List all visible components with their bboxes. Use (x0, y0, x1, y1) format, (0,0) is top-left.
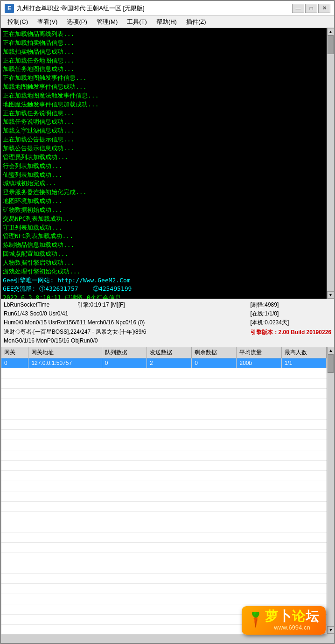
status-kill-count: [刷怪:4989] (251, 301, 279, 309)
status-run-info: Run61/43 Soc0/0 Usr0/41 (4, 309, 68, 318)
carrot-icon (248, 612, 263, 630)
empty-row (1, 471, 334, 481)
empty-row (1, 594, 334, 604)
table-cell-0: 0 (1, 358, 28, 368)
empty-row (1, 409, 334, 420)
watermark: 萝卜论坛 www.6994.cn (242, 606, 326, 635)
status-online: [在线:1/1/0] (251, 309, 279, 318)
col-header-flow: 平均流量 (237, 347, 281, 358)
menu-tools[interactable]: 工具(T) (122, 16, 152, 28)
table-scroll-thumb[interactable] (328, 354, 334, 373)
menu-help[interactable]: 帮助(H) (152, 16, 181, 28)
title-bar: E 九州打金单职业:帝国时代:王朝A组一区 [无限版] — □ ✕ (1, 1, 334, 16)
empty-row (1, 584, 334, 594)
table-cell-2: 0 (102, 358, 147, 368)
status-socket-time: LbRunSocketTime (4, 301, 49, 309)
empty-row (1, 461, 334, 471)
table-row[interactable]: 0127.0.0.1:50757020200b1/1 (1, 358, 327, 368)
table-container: 网关 网关地址 队列数据 发送数据 剩余数据 平均流量 最高人数 0127.0.… (1, 347, 334, 634)
table-cell-4: 0 (192, 358, 237, 368)
table-cell-3: 2 (147, 358, 191, 368)
menu-plugin[interactable]: 插件(Z) (181, 16, 211, 28)
empty-row (1, 389, 334, 399)
status-row-5: MonG0/1/16 MonP0/15/16 ObjRun0/0 (4, 336, 246, 345)
bottom-bar (1, 634, 334, 643)
status-right-1: [刷怪:4989] (251, 301, 331, 309)
empty-row (1, 450, 334, 461)
scroll-thumb[interactable] (328, 35, 334, 54)
menu-control[interactable]: 控制(C) (3, 16, 33, 28)
scroll-track[interactable] (327, 35, 334, 291)
console-scrollbar[interactable]: ▲ ▼ (327, 28, 334, 299)
gateway-table: 网关 网关地址 队列数据 发送数据 剩余数据 平均流量 最高人数 0127.0.… (1, 347, 327, 368)
status-right-3: [本机:0.0234天] (251, 318, 331, 327)
table-scroll-track[interactable] (327, 354, 334, 626)
window-controls: — □ ✕ (292, 4, 330, 13)
maximize-button[interactable]: □ (305, 4, 317, 13)
empty-row (1, 378, 334, 389)
menu-view[interactable]: 查看(V) (33, 16, 62, 28)
table-scrollbar[interactable]: ▲ ▼ (327, 347, 334, 634)
col-header-send: 发送数据 (147, 347, 191, 358)
col-header-address: 网关地址 (28, 347, 102, 358)
status-row-2: Run61/43 Soc0/0 Usr0/41 (4, 309, 246, 318)
watermark-site: www.6994.cn (265, 624, 319, 631)
window-title: 九州打金单职业:帝国时代:王朝A组一区 [无限版] (17, 4, 292, 13)
status-area: LbRunSocketTime 引擎:0:19:17 [M][F] Run61/… (1, 299, 334, 347)
empty-row (1, 399, 334, 409)
main-content: 正在加载物品离线列表... 正在加载拍卖物品信息... 加载拍卖物品信息成功..… (1, 28, 334, 634)
empty-row (1, 543, 334, 553)
table-scroll-down[interactable]: ▼ (327, 626, 334, 634)
table-cell-6: 1/1 (281, 358, 326, 368)
empty-row (1, 491, 334, 502)
scroll-down-arrow[interactable]: ▼ (327, 291, 335, 299)
menu-manage[interactable]: 管理(M) (92, 16, 123, 28)
version-text: 引擎版本：2.00 Build 20190226 (251, 329, 331, 336)
empty-rows (1, 368, 334, 634)
table-scroll-up[interactable]: ▲ (327, 347, 334, 354)
empty-row (1, 563, 334, 574)
close-button[interactable]: ✕ (318, 4, 330, 13)
table-header-row: 网关 网关地址 队列数据 发送数据 剩余数据 平均流量 最高人数 (1, 347, 327, 358)
menu-options[interactable]: 选项(P) (62, 16, 91, 28)
status-engine-time: 引擎:0:19:17 [M][F] (77, 301, 125, 309)
empty-row (1, 532, 334, 543)
empty-row (1, 440, 334, 450)
status-local: [本机:0.0234天] (251, 318, 289, 327)
main-window: E 九州打金单职业:帝国时代:王朝A组一区 [无限版] — □ ✕ 控制(C) … (0, 0, 335, 644)
status-map-info: 送财◇尊者·[一百星BOSS],224/247 - 风暴之女·[十年]/89/6 (4, 328, 146, 336)
col-header-queue: 队列数据 (102, 347, 147, 358)
status-right-2: [在线:1/1/0] (251, 309, 331, 318)
status-mon-info: MonG0/1/16 MonP0/15/16 ObjRun0/0 (4, 336, 98, 345)
console-output: 正在加载物品离线列表... 正在加载拍卖物品信息... 加载拍卖物品信息成功..… (3, 30, 325, 299)
status-row-4: 送财◇尊者·[一百星BOSS],224/247 - 风暴之女·[十年]/89/6 (4, 328, 246, 336)
menu-bar: 控制(C) 查看(V) 选项(P) 管理(M) 工具(T) 帮助(H) 插件(Z… (1, 16, 334, 28)
empty-row (1, 368, 334, 378)
watermark-text: 萝卜论坛 (265, 610, 319, 623)
col-header-maxuser: 最高人数 (281, 347, 326, 358)
app-icon: E (5, 4, 14, 13)
status-row-3: Hum0/0 Mon0/15 UsrRot156/611 Merch0/16 N… (4, 318, 246, 327)
col-header-gateway: 网关 (1, 347, 28, 358)
col-header-remain: 剩余数据 (192, 347, 237, 358)
empty-row (1, 553, 334, 563)
empty-row (1, 481, 334, 491)
status-row-1: LbRunSocketTime 引擎:0:19:17 [M][F] (4, 301, 246, 309)
table-cell-1: 127.0.0.1:50757 (28, 358, 102, 368)
table-cell-5: 200b (237, 358, 281, 368)
empty-row (1, 574, 334, 584)
empty-row (1, 522, 334, 532)
empty-row (1, 512, 334, 522)
minimize-button[interactable]: — (292, 4, 304, 13)
status-hum-info: Hum0/0 Mon0/15 UsrRot156/611 Merch0/16 N… (4, 318, 145, 327)
console-area: 正在加载物品离线列表... 正在加载拍卖物品信息... 加载拍卖物品信息成功..… (1, 28, 334, 299)
empty-row (1, 430, 334, 440)
scroll-up-arrow[interactable]: ▲ (327, 28, 335, 35)
empty-row (1, 502, 334, 512)
empty-row (1, 420, 334, 430)
